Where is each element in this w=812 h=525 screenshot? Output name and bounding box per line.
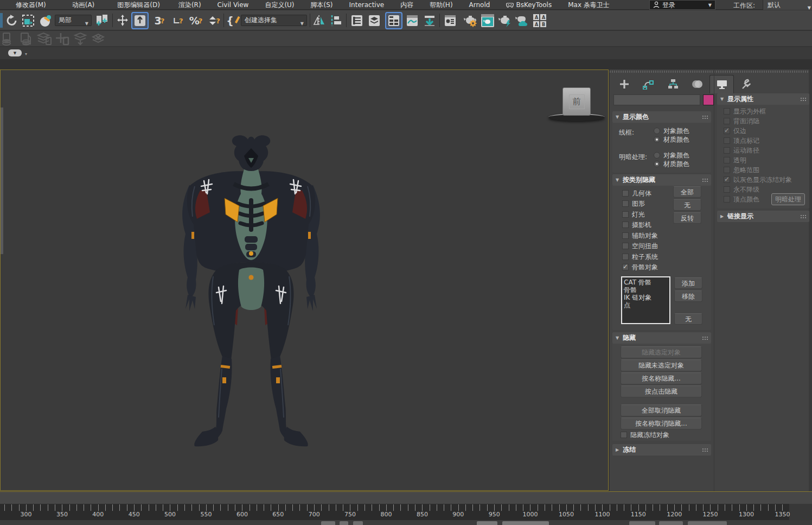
category-helpers[interactable]: 辅助对象 xyxy=(622,232,658,239)
category-custom-list[interactable]: CAT 骨骼 骨骼 IK 链对象 点 xyxy=(621,276,670,324)
move-to-layer-icon[interactable] xyxy=(73,31,88,47)
rollout-freeze-header[interactable]: ▶冻结 xyxy=(612,444,711,456)
category-list-none-button[interactable]: 无 xyxy=(674,313,702,325)
ribbon-icon[interactable] xyxy=(386,12,402,29)
tab-create[interactable] xyxy=(612,75,636,93)
tab-display[interactable] xyxy=(709,75,734,93)
hide-by-hit-button[interactable]: 按点击隐藏 xyxy=(621,385,702,397)
category-geometry[interactable]: 几何体 xyxy=(622,189,651,197)
edit-named-selection-icon[interactable]: { xyxy=(226,13,241,28)
menu-civil-view[interactable]: Civil View xyxy=(209,0,257,10)
category-none-button[interactable]: 无 xyxy=(673,199,701,211)
hide-by-name-button[interactable]: 按名称隐藏... xyxy=(621,372,702,384)
wireframe-color-swatch[interactable] xyxy=(703,94,714,105)
prop-never-degrade[interactable]: 永不降级 xyxy=(724,186,759,193)
wireframe-object-color-radio[interactable]: 对象颜色 xyxy=(654,127,689,135)
prop-ignore-extents[interactable]: 忽略范围 xyxy=(724,166,759,174)
selection-set-dropdown[interactable]: 创建选择集▼ xyxy=(241,15,307,26)
rollout-display-color-header[interactable]: ▼显示颜色 xyxy=(612,111,711,123)
wireframe-material-color-radio[interactable]: 材质颜色 xyxy=(654,136,689,143)
snap-3d-icon[interactable]: 3? xyxy=(152,13,167,28)
select-and-place-icon[interactable] xyxy=(38,13,53,28)
menu-modifiers[interactable]: 修改器(M) xyxy=(8,0,54,10)
align-icon[interactable] xyxy=(329,13,344,28)
category-space-warps[interactable]: 空间扭曲 xyxy=(622,242,658,250)
menu-help[interactable]: 帮助(H) xyxy=(421,0,461,10)
percent-snap-icon[interactable]: %? xyxy=(188,13,203,28)
delete-layer-icon[interactable] xyxy=(91,31,106,47)
material-editor-icon[interactable] xyxy=(443,13,458,28)
category-remove-button[interactable]: 移除 xyxy=(674,290,702,302)
mirror-icon[interactable] xyxy=(312,13,327,28)
rollout-link-display-header[interactable]: ▶链接显示 xyxy=(717,211,809,222)
copy-layers-icon[interactable] xyxy=(18,31,33,47)
menu-interactive[interactable]: Interactive xyxy=(341,0,393,10)
track-bar[interactable] xyxy=(0,491,812,504)
tab-hierarchy[interactable] xyxy=(661,75,685,93)
list-item[interactable]: CAT 骨骼 xyxy=(624,279,668,286)
category-particle-systems[interactable]: 粒子系统 xyxy=(622,253,658,261)
list-item[interactable]: 点 xyxy=(624,301,668,309)
select-and-move-icon[interactable] xyxy=(115,13,130,28)
vertex-color-shaded-button[interactable]: 明暗处理 xyxy=(771,193,805,205)
select-object-icon[interactable] xyxy=(132,12,148,29)
prop-trajectory[interactable]: 运动路径 xyxy=(724,147,759,154)
viewcube[interactable]: 前 xyxy=(558,87,596,123)
timeline-ruler[interactable]: 3003504004505005506006507007508008509009… xyxy=(0,504,812,520)
ribbon-toggle-icon[interactable] xyxy=(422,13,437,28)
reference-coordinate-dropdown[interactable]: 局部▼ xyxy=(55,15,92,26)
category-all-button[interactable]: 全部 xyxy=(673,186,701,198)
viewcube-front-face[interactable]: 前 xyxy=(562,87,591,116)
menu-arnold[interactable]: Arnold xyxy=(461,0,498,10)
shaded-object-color-radio[interactable]: 对象颜色 xyxy=(654,151,689,159)
add-layer-icon[interactable] xyxy=(55,31,70,47)
list-item[interactable]: IK 链对象 xyxy=(624,294,668,301)
prop-see-through[interactable]: 透明 xyxy=(724,156,746,164)
spinner-snap-icon[interactable]: ? xyxy=(207,13,222,28)
shaded-material-color-radio[interactable]: 材质颜色 xyxy=(654,160,689,168)
layer-stack-icon[interactable] xyxy=(0,31,15,47)
viewport-front[interactable]: 前 xyxy=(0,69,609,491)
hide-frozen-checkbox[interactable]: 隐藏冻结对象 xyxy=(621,431,669,439)
tab-motion[interactable] xyxy=(685,75,709,93)
scene-explorer-icon[interactable] xyxy=(349,13,365,28)
menu-rendering[interactable]: 渲染(R) xyxy=(170,0,209,10)
menu-customize[interactable]: 自定义(U) xyxy=(257,0,302,10)
menu-animation[interactable]: 动画(A) xyxy=(64,0,103,10)
rendered-frame-icon[interactable] xyxy=(480,13,495,28)
undo-icon[interactable] xyxy=(4,13,20,28)
panel-drag-grip[interactable] xyxy=(610,71,812,73)
overflow-dropdown[interactable]: ▼ xyxy=(8,49,22,56)
menu-graph-editors[interactable]: 图形编辑器(D) xyxy=(109,0,168,10)
menu-scripting[interactable]: 脚本(S) xyxy=(303,0,341,10)
render-icon[interactable] xyxy=(497,13,513,28)
category-shapes[interactable]: 图形 xyxy=(622,200,645,207)
rollout-display-properties-header[interactable]: ▼显示属性 xyxy=(717,93,809,105)
prop-show-frozen-gray[interactable]: 以灰色显示冻结对象 xyxy=(724,176,792,184)
tab-utilities[interactable] xyxy=(734,75,758,93)
select-region-icon[interactable] xyxy=(21,13,36,28)
hide-selected-button[interactable]: 隐藏选定对象 xyxy=(621,346,702,358)
menu-max-antivirus[interactable]: Max 杀毒卫士 xyxy=(560,0,618,10)
cloud-render-icon[interactable] xyxy=(514,13,529,28)
prop-edges-only[interactable]: 仅边 xyxy=(724,127,746,135)
unhide-all-button[interactable]: 全部取消隐藏 xyxy=(621,404,702,416)
render-setup-icon[interactable] xyxy=(463,13,478,28)
hide-unselected-button[interactable]: 隐藏未选定对象 xyxy=(621,359,702,371)
category-invert-button[interactable]: 反转 xyxy=(673,212,701,224)
object-name-field[interactable] xyxy=(613,94,700,105)
prop-display-as-box[interactable]: 显示为外框 xyxy=(724,107,766,115)
tab-modify[interactable] xyxy=(636,75,661,93)
prop-vertex-ticks[interactable]: 顶点标记 xyxy=(724,137,759,144)
angle-snap-icon[interactable]: ∟? xyxy=(170,13,186,28)
login-dropdown[interactable]: 登录 ▼ xyxy=(649,0,715,10)
state-compare-icon[interactable]: AAAB xyxy=(532,13,547,28)
category-lights[interactable]: 灯光 xyxy=(622,211,645,218)
prop-vertex-colors[interactable]: 顶点颜色 xyxy=(724,195,759,203)
rollout-hide-header[interactable]: ▼隐藏 xyxy=(612,332,711,344)
list-item[interactable]: 骨骼 xyxy=(624,286,668,294)
use-pivot-center-icon[interactable] xyxy=(94,13,110,28)
layer-list-icon[interactable] xyxy=(37,31,52,47)
category-add-button[interactable]: 添加 xyxy=(674,277,702,289)
curve-editor-icon[interactable] xyxy=(405,13,420,28)
